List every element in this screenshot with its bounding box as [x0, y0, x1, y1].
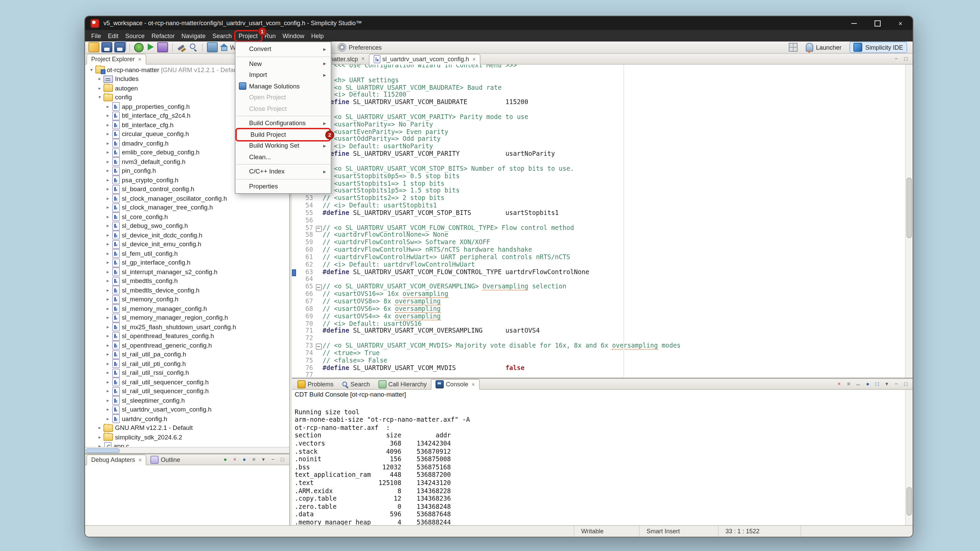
- collapsed-chevron-icon[interactable]: ▸: [96, 86, 103, 91]
- collapsed-chevron-icon[interactable]: ▸: [104, 407, 111, 413]
- collapsed-chevron-icon[interactable]: ▸: [104, 269, 111, 275]
- close-tab-icon[interactable]: ×: [472, 381, 475, 387]
- collapsed-chevron-icon[interactable]: ▸: [96, 435, 103, 440]
- editor-scrollbar-thumb[interactable]: [907, 177, 912, 238]
- collapsed-chevron-icon[interactable]: ▸: [104, 288, 111, 293]
- tree-item-sl-rail-util-sequencer-config-h[interactable]: ▸sl_rail_util_sequencer_config.h: [85, 387, 289, 396]
- collapsed-chevron-icon[interactable]: ▸: [104, 113, 111, 119]
- bottom-tab-call-hierarchy[interactable]: Call Hierarchy: [374, 379, 431, 389]
- collapsed-chevron-icon[interactable]: ▸: [104, 187, 111, 192]
- tree-item-sl-sleeptimer-config-h[interactable]: ▸sl_sleeptimer_config.h: [85, 396, 289, 405]
- collapsed-chevron-icon[interactable]: ▸: [104, 260, 111, 266]
- tree-item-sl-openthread-features-config-h[interactable]: ▸sl_openthread_features_config.h: [85, 332, 289, 341]
- close-tab-icon[interactable]: ×: [138, 56, 141, 62]
- menu-item-properties[interactable]: Properties: [235, 181, 331, 192]
- close-tab-icon[interactable]: ×: [473, 56, 476, 62]
- collapsed-chevron-icon[interactable]: ▸: [104, 324, 111, 330]
- collapsed-chevron-icon[interactable]: ▸: [104, 168, 111, 174]
- save-all-button[interactable]: [115, 42, 125, 52]
- tree-item-sl-rail-util-sequencer-config-h[interactable]: ▸sl_rail_util_sequencer_config.h: [85, 378, 289, 387]
- console-scrollbar-thumb[interactable]: [907, 487, 912, 516]
- collapsed-chevron-icon[interactable]: ▸: [104, 233, 111, 238]
- close-button[interactable]: ×: [896, 19, 904, 27]
- collapsed-chevron-icon[interactable]: ▸: [104, 315, 111, 321]
- maximize-view-icon[interactable]: □: [278, 456, 286, 464]
- fold-minus-icon[interactable]: [315, 283, 323, 291]
- collapsed-chevron-icon[interactable]: ▸: [104, 389, 111, 394]
- adapter-scan-icon[interactable]: ●: [240, 456, 248, 464]
- menu-item-convert[interactable]: Convert▸: [235, 43, 331, 55]
- collapsed-chevron-icon[interactable]: ▸: [104, 150, 111, 156]
- tree-item-sl-rail-util-rssi-config-h[interactable]: ▸sl_rail_util_rssi_config.h: [85, 368, 289, 378]
- pin-console-icon[interactable]: ●: [864, 380, 872, 388]
- tree-item-sl-debug-swo-config-h[interactable]: ▸sl_debug_swo_config.h: [85, 221, 289, 230]
- explorer-tab-project-explorer[interactable]: Project Explorer×: [86, 54, 146, 65]
- menu-item-c-c-index[interactable]: C/C++ Index▸: [235, 166, 331, 177]
- tree-item-simplicity-sdk-2024-6-2[interactable]: ▸simplicity_sdk_2024.6.2: [85, 433, 289, 442]
- tree-item-sl-uartdrv-usart-vcom-config-h[interactable]: ▸sl_uartdrv_usart_vcom_config.h: [85, 405, 289, 414]
- menubar-item-project[interactable]: Project1: [235, 31, 261, 40]
- collapsed-chevron-icon[interactable]: ▸: [96, 426, 103, 431]
- fold-minus-icon[interactable]: [315, 342, 323, 349]
- view-menu-icon[interactable]: ▾: [259, 456, 267, 464]
- explorer-hscrollbar[interactable]: [85, 447, 289, 453]
- collapsed-chevron-icon[interactable]: ▸: [96, 76, 103, 82]
- adapter-list-icon[interactable]: ≡: [250, 456, 258, 464]
- maximize-editor-icon[interactable]: □: [902, 55, 910, 63]
- tree-item-app-c[interactable]: ▸app.c: [85, 442, 289, 447]
- tree-item-sl-interrupt-manager-s2-config-h[interactable]: ▸sl_interrupt_manager_s2_config.h: [85, 267, 289, 276]
- tree-item-sl-gp-interface-config-h[interactable]: ▸sl_gp_interface_config.h: [85, 258, 289, 267]
- menu-item-build-working-set[interactable]: Build Working Set▸: [235, 140, 331, 151]
- collapsed-chevron-icon[interactable]: ▸: [104, 370, 111, 376]
- tree-item-sl-core-config-h[interactable]: ▸sl_core_config.h: [85, 212, 289, 221]
- collapsed-chevron-icon[interactable]: ▸: [104, 178, 111, 183]
- save-button[interactable]: [102, 42, 112, 52]
- collapsed-chevron-icon[interactable]: ▸: [104, 104, 111, 110]
- tree-item-sl-fem-util-config-h[interactable]: ▸sl_fem_util_config.h: [85, 249, 289, 258]
- word-wrap-icon[interactable]: ↔: [854, 380, 862, 388]
- collapsed-chevron-icon[interactable]: ▸: [104, 352, 111, 357]
- expanded-chevron-icon[interactable]: ▾: [88, 67, 95, 73]
- menubar-item-window[interactable]: Window: [279, 31, 308, 40]
- menu-item-build-project[interactable]: Build Project2: [237, 129, 329, 140]
- collapsed-chevron-icon[interactable]: ▸: [104, 141, 111, 146]
- minimize-editor-icon[interactable]: −: [892, 55, 900, 63]
- collapsed-chevron-icon[interactable]: ▸: [104, 224, 111, 229]
- collapsed-chevron-icon[interactable]: ▸: [104, 343, 111, 348]
- tree-item-sl-device-init-emu-config-h[interactable]: ▸sl_device_init_emu_config.h: [85, 240, 289, 249]
- collapsed-chevron-icon[interactable]: ▸: [104, 159, 111, 165]
- debug-button[interactable]: [134, 43, 143, 52]
- explorer-hscrollbar-thumb[interactable]: [86, 448, 120, 453]
- collapsed-chevron-icon[interactable]: ▸: [104, 196, 111, 202]
- tree-item-sl-mx25-flash-shutdown-usart-config-h[interactable]: ▸sl_mx25_flash_shutdown_usart_config.h: [85, 322, 289, 332]
- minimize-button[interactable]: [850, 19, 858, 27]
- preferences-button[interactable]: Preferences: [338, 43, 382, 52]
- console-menu-icon[interactable]: ▾: [883, 380, 891, 388]
- menu-item-build-configurations[interactable]: Build Configurations▸: [235, 118, 331, 129]
- collapsed-chevron-icon[interactable]: ▸: [104, 398, 111, 403]
- tree-item-sl-clock-manager-tree-config-h[interactable]: ▸sl_clock_manager_tree_config.h: [85, 203, 289, 212]
- menu-item-import[interactable]: Import▸: [235, 69, 331, 81]
- debug-tab-outline[interactable]: Outline: [146, 454, 184, 465]
- tree-item-sl-memory-config-h[interactable]: ▸sl_memory_config.h: [85, 295, 289, 304]
- menubar-item-refactor[interactable]: Refactor: [148, 31, 178, 40]
- tree-item-sl-mbedtls-config-h[interactable]: ▸sl_mbedtls_config.h: [85, 276, 289, 286]
- collapsed-chevron-icon[interactable]: ▸: [104, 306, 111, 311]
- open-perspective-icon[interactable]: [789, 43, 798, 52]
- menubar-item-file[interactable]: File: [88, 31, 105, 40]
- tree-item-sl-rail-util-pa-config-h[interactable]: ▸sl_rail_util_pa_config.h: [85, 350, 289, 359]
- simplicity-ide-perspective-button[interactable]: Simplicity IDE: [850, 41, 907, 53]
- bottom-tab-search[interactable]: Search: [337, 379, 374, 389]
- open-console-icon[interactable]: □: [873, 380, 881, 388]
- tree-item-sl-mbedtls-device-config-h[interactable]: ▸sl_mbedtls_device_config.h: [85, 286, 289, 295]
- tree-item-uartdrv-config-h[interactable]: ▸uartdrv_config.h: [85, 414, 289, 424]
- menu-item-manage-solutions[interactable]: Manage Solutions: [235, 81, 331, 92]
- menubar-item-edit[interactable]: Edit: [105, 31, 122, 40]
- minimize-view-icon[interactable]: −: [269, 456, 277, 464]
- collapsed-chevron-icon[interactable]: ▸: [104, 361, 111, 367]
- editor-scrollbar[interactable]: [905, 65, 913, 378]
- editor-tab-sl-uartdrv-usart-vcom-config-h[interactable]: sl_uartdrv_usart_vcom_config.h×: [369, 54, 480, 65]
- bottom-tab-console[interactable]: Console×: [431, 379, 479, 390]
- bottom-tab-problems[interactable]: Problems: [293, 379, 337, 389]
- launcher-perspective-button[interactable]: Launcher: [802, 42, 845, 52]
